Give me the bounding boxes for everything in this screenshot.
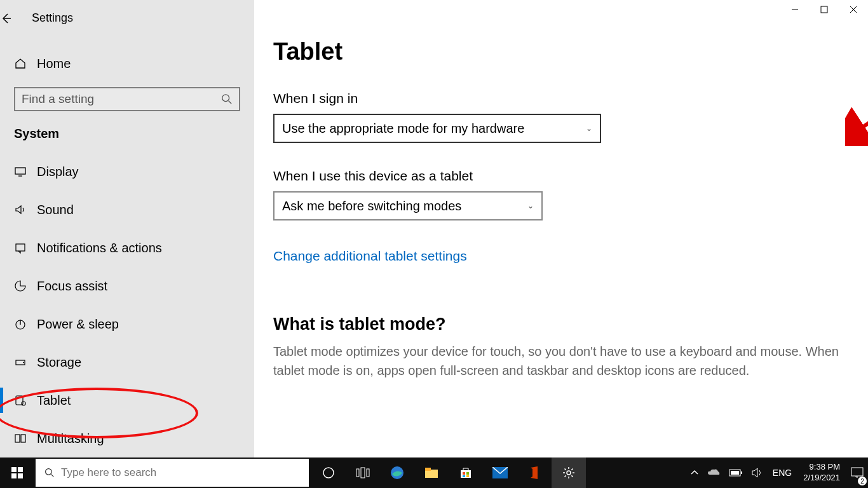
additional-settings-link[interactable]: Change additional tablet settings (273, 248, 467, 264)
settings-taskbar-icon[interactable] (552, 458, 586, 488)
svg-rect-34 (466, 472, 469, 475)
sidebar-item-label: Notifications & actions (37, 241, 162, 255)
chevron-down-icon: ⌄ (586, 124, 592, 133)
sidebar-item-label: Display (37, 165, 79, 179)
svg-rect-27 (361, 468, 365, 478)
clock-date: 2/19/2021 (803, 473, 840, 484)
system-tray: ENG 9:38 PM 2/19/2021 2 (686, 458, 868, 488)
svg-rect-21 (11, 473, 17, 478)
minimize-button[interactable] (780, 0, 810, 19)
onedrive-icon[interactable] (703, 458, 724, 488)
display-icon (14, 165, 32, 178)
settings-search-input[interactable] (22, 92, 221, 106)
tablet-switch-select[interactable]: Ask me before switching modes ⌄ (273, 191, 543, 220)
svg-line-24 (51, 474, 53, 477)
svg-rect-41 (741, 471, 742, 474)
svg-rect-3 (15, 168, 25, 174)
svg-rect-12 (15, 435, 20, 442)
close-button[interactable] (839, 0, 868, 19)
sidebar-item-label: Power & sleep (37, 317, 119, 332)
language-indicator[interactable]: ENG (768, 458, 797, 488)
sound-icon (14, 203, 32, 216)
clock[interactable]: 9:38 PM 2/19/2021 (797, 462, 846, 484)
taskbar-search-placeholder: Type here to search (61, 466, 156, 479)
home-label: Home (37, 57, 71, 71)
svg-rect-19 (11, 467, 17, 472)
sidebar-item-display[interactable]: Display (0, 152, 254, 191)
svg-rect-26 (356, 469, 359, 477)
svg-rect-35 (463, 475, 465, 477)
sidebar-item-multitasking[interactable]: Multitasking (0, 419, 254, 458)
focus-assist-icon (14, 280, 32, 292)
svg-rect-5 (16, 244, 25, 251)
tablet-icon (14, 394, 32, 407)
sidebar-item-notifications[interactable]: Notifications & actions (0, 229, 254, 267)
sidebar-item-label: Focus assist (37, 279, 107, 294)
home-icon (14, 57, 32, 70)
svg-rect-42 (851, 468, 863, 476)
field-signin-label: When I sign in (273, 91, 849, 106)
sidebar-item-label: Multitasking (37, 431, 104, 446)
action-center-icon[interactable]: 2 (846, 458, 868, 488)
content-pane: Tablet When I sign in Use the appropriat… (254, 0, 868, 458)
office-icon[interactable] (517, 458, 552, 488)
settings-search[interactable] (14, 87, 240, 111)
about-paragraph: Tablet mode optimizes your device for to… (273, 342, 845, 380)
search-icon (44, 468, 55, 478)
taskbar-search[interactable]: Type here to search (36, 459, 309, 487)
maximize-button[interactable] (810, 0, 839, 19)
taskview-button[interactable] (346, 458, 380, 488)
svg-rect-28 (367, 469, 369, 477)
sidebar-item-storage[interactable]: Storage (0, 343, 254, 381)
svg-rect-40 (731, 471, 739, 475)
svg-rect-32 (461, 470, 471, 478)
mail-icon[interactable] (483, 458, 517, 488)
sidebar-item-tablet[interactable]: Tablet (0, 381, 254, 419)
start-button[interactable] (0, 458, 34, 488)
sidebar-item-focus-assist[interactable]: Focus assist (0, 267, 254, 305)
notification-badge: 2 (858, 477, 867, 485)
sidebar-item-label: Tablet (37, 393, 71, 408)
settings-sidebar: Settings Home System Display Sound (0, 0, 254, 458)
field-tablet-use: When I use this device as a tablet Ask m… (273, 168, 849, 220)
svg-rect-36 (466, 475, 469, 477)
svg-rect-33 (463, 472, 465, 475)
edge-icon[interactable] (380, 458, 414, 488)
window-controls (780, 0, 868, 19)
battery-icon[interactable] (724, 458, 747, 488)
app-title: Settings (32, 11, 73, 25)
search-icon (221, 93, 233, 105)
taskbar-pinned (311, 458, 586, 488)
svg-line-2 (229, 101, 232, 104)
signin-mode-select[interactable]: Use the appropriate mode for my hardware… (273, 114, 601, 143)
file-explorer-icon[interactable] (414, 458, 449, 488)
titlebar-left: Settings (0, 6, 254, 30)
svg-point-25 (323, 468, 334, 478)
store-icon[interactable] (449, 458, 483, 488)
sidebar-item-power-sleep[interactable]: Power & sleep (0, 305, 254, 343)
select-value: Ask me before switching modes (282, 199, 461, 214)
system-nav-list: Display Sound Notifications & actions Fo… (0, 152, 254, 458)
back-button[interactable] (0, 12, 25, 25)
svg-point-1 (222, 95, 229, 102)
about-heading: What is tablet mode? (273, 315, 849, 334)
home-nav[interactable]: Home (0, 51, 254, 75)
settings-window: Settings Home System Display Sound (0, 0, 868, 458)
sidebar-item-label: Storage (37, 355, 81, 370)
svg-point-23 (46, 469, 52, 475)
clock-time: 9:38 PM (810, 462, 840, 473)
taskbar: Type here to search ENG 9:38 PM 2/19/202… (0, 458, 868, 488)
select-value: Use the appropriate mode for my hardware (282, 121, 524, 136)
sidebar-item-sound[interactable]: Sound (0, 191, 254, 229)
svg-rect-13 (21, 435, 25, 442)
svg-line-18 (858, 38, 868, 130)
field-tablet-use-label: When I use this device as a tablet (273, 168, 849, 184)
chevron-down-icon: ⌄ (527, 201, 534, 210)
cortana-button[interactable] (311, 458, 346, 488)
section-title-system: System (14, 126, 254, 141)
svg-rect-15 (821, 6, 827, 13)
sidebar-item-label: Sound (37, 203, 74, 217)
volume-icon[interactable] (747, 458, 768, 488)
tray-overflow[interactable] (686, 458, 703, 488)
power-icon (14, 318, 32, 330)
